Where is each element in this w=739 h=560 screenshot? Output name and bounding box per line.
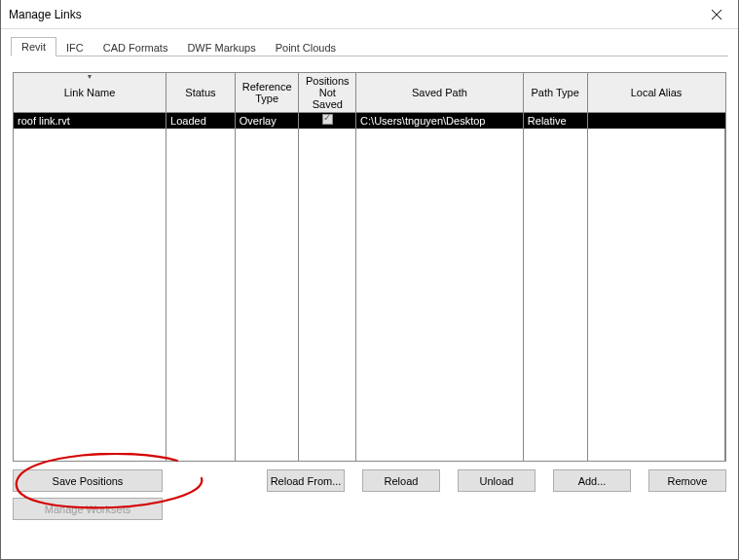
tab-dwf-markups[interactable]: DWF Markups [177,39,265,56]
titlebar: Manage Links [1,0,738,29]
button-row-primary: Save Positions Reload From... Reload Unl… [13,462,726,492]
close-button[interactable] [695,0,738,29]
cell-link-name: roof link.rvt [14,113,166,129]
sort-indicator-icon: ▾ [88,72,92,81]
tab-ifc[interactable]: IFC [56,39,93,56]
reload-button[interactable]: Reload [362,469,440,492]
cell-local-alias [587,113,725,129]
links-grid[interactable]: ▾ Link Name Status Reference Type Positi… [13,72,726,462]
cell-reference-type: Overlay [235,113,299,129]
button-row-secondary: Manage Worksets [13,492,726,520]
column-link-name[interactable]: ▾ Link Name [14,73,166,113]
cell-positions-not-saved [299,113,356,129]
cell-saved-path: C:\Users\tnguyen\Desktop [356,113,524,129]
grid-empty-area [14,129,725,463]
tab-revit[interactable]: Revit [11,37,56,56]
column-saved-path[interactable]: Saved Path [356,73,524,113]
remove-button[interactable]: Remove [648,469,726,492]
add-button[interactable]: Add... [553,469,631,492]
column-header-row: ▾ Link Name Status Reference Type Positi… [14,73,725,113]
table-row[interactable]: roof link.rvt Loaded Overlay C:\Users\tn… [14,113,725,129]
manage-worksets-button: Manage Worksets [13,498,163,520]
close-icon [712,10,721,19]
reload-from-button[interactable]: Reload From... [267,469,345,492]
column-reference-type[interactable]: Reference Type [235,73,299,113]
tab-cad-formats[interactable]: CAD Formats [93,39,178,56]
tab-bar: Revit IFC CAD Formats DWF Markups Point … [1,29,738,56]
window-title: Manage Links [9,8,82,21]
save-positions-button[interactable]: Save Positions [13,469,163,492]
column-status[interactable]: Status [166,73,236,113]
cell-path-type: Relative [523,113,587,129]
column-positions-not-saved[interactable]: Positions Not Saved [299,73,356,113]
column-path-type[interactable]: Path Type [523,73,587,113]
checkbox-icon [322,114,333,125]
cell-status: Loaded [166,113,236,129]
content-area: ▾ Link Name Status Reference Type Positi… [1,56,738,528]
column-local-alias[interactable]: Local Alias [587,73,725,113]
tab-point-clouds[interactable]: Point Clouds [266,39,346,56]
unload-button[interactable]: Unload [458,469,536,492]
